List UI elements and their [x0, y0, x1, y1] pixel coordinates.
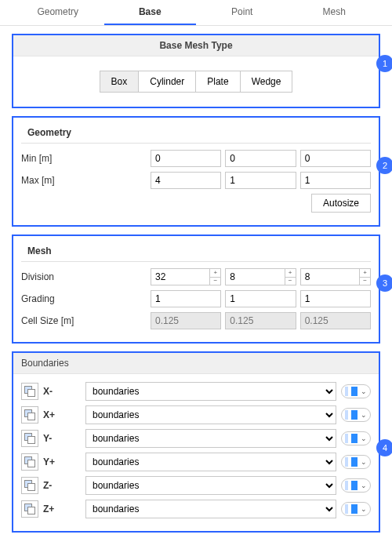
geometry-max-x[interactable]: [151, 172, 221, 189]
boundary-type-select[interactable]: boundaries: [85, 500, 336, 518]
base-mesh-box[interactable]: Box: [100, 71, 140, 93]
tab-geometry[interactable]: Geometry: [12, 0, 104, 25]
mesh-grading-z[interactable]: [300, 290, 371, 307]
spinner-controls[interactable]: +−: [359, 269, 370, 285]
geometry-title: Geometry: [21, 122, 371, 144]
mesh-cellsize-x: [151, 312, 221, 329]
boundary-color-dropdown[interactable]: ⌄: [341, 455, 371, 469]
base-mesh-plate[interactable]: Plate: [195, 71, 240, 93]
mesh-grading-x[interactable]: [151, 290, 221, 307]
boundaries-title: Boundaries: [13, 353, 379, 374]
boundary-label: Z-: [43, 480, 81, 491]
base-mesh-type-panel: Base Mesh Type Box Cylinder Plate Wedge: [12, 34, 380, 108]
mesh-division-x[interactable]: [151, 269, 209, 285]
boundary-row: X+boundaries⌄: [21, 405, 371, 424]
callout-4: 4: [376, 439, 392, 456]
boundary-color-dropdown[interactable]: ⌄: [341, 431, 371, 445]
spinner-controls[interactable]: +−: [285, 269, 296, 285]
boundary-type-select[interactable]: boundaries: [85, 405, 336, 424]
mesh-cellsize-z: [300, 312, 371, 329]
mesh-division-z[interactable]: [301, 269, 359, 285]
callout-3: 3: [376, 274, 392, 292]
tab-base[interactable]: Base: [104, 0, 197, 25]
geometry-min-y[interactable]: [225, 150, 296, 167]
boundary-face-icon: [21, 406, 38, 424]
geometry-max-label: Max [m]: [21, 175, 151, 186]
boundaries-panel: Boundaries X-boundaries⌄X+boundaries⌄Y-b…: [12, 351, 380, 533]
boundary-label: Y-: [43, 433, 81, 444]
boundary-color-dropdown[interactable]: ⌄: [341, 384, 371, 398]
boundary-face-icon: [21, 453, 38, 471]
boundary-face-icon: [21, 430, 38, 447]
base-mesh-type-segmented: Box Cylinder Plate Wedge: [21, 71, 371, 93]
mesh-panel: Mesh Division +− +− +− Grading Cell Size…: [12, 235, 380, 344]
callout-2: 2: [376, 157, 392, 174]
boundary-label: X-: [43, 386, 81, 397]
base-mesh-wedge[interactable]: Wedge: [240, 71, 293, 93]
autosize-button[interactable]: Autosize: [311, 194, 371, 213]
mesh-division-label: Division: [21, 271, 151, 282]
tab-point[interactable]: Point: [196, 0, 289, 25]
geometry-min-label: Min [m]: [21, 153, 151, 164]
boundary-face-icon: [21, 477, 38, 494]
top-tabs: Geometry Base Point Mesh: [0, 0, 392, 26]
boundary-row: Y+boundaries⌄: [21, 453, 371, 471]
tab-mesh[interactable]: Mesh: [289, 0, 381, 25]
spinner-controls[interactable]: +−: [209, 269, 220, 285]
base-mesh-type-header: Base Mesh Type: [13, 35, 379, 56]
geometry-min-x[interactable]: [151, 150, 221, 167]
boundary-label: Y+: [43, 456, 81, 467]
mesh-title: Mesh: [21, 241, 371, 262]
mesh-cellsize-y: [225, 312, 296, 329]
mesh-grading-label: Grading: [21, 293, 151, 304]
geometry-max-z[interactable]: [300, 172, 371, 189]
boundary-color-dropdown[interactable]: ⌄: [341, 478, 371, 493]
mesh-division-y[interactable]: [226, 269, 284, 285]
boundary-type-select[interactable]: boundaries: [85, 382, 336, 401]
boundary-row: X-boundaries⌄: [21, 382, 371, 401]
boundary-type-select[interactable]: boundaries: [85, 476, 336, 495]
boundary-face-icon: [21, 500, 38, 518]
boundary-label: X+: [43, 409, 81, 420]
boundary-face-icon: [21, 383, 38, 400]
mesh-grading-y[interactable]: [225, 290, 296, 307]
boundary-color-dropdown[interactable]: ⌄: [341, 502, 371, 516]
mesh-cellsize-label: Cell Size [m]: [21, 315, 151, 326]
boundary-type-select[interactable]: boundaries: [85, 453, 336, 471]
base-mesh-cylinder[interactable]: Cylinder: [138, 71, 196, 93]
boundary-color-dropdown[interactable]: ⌄: [341, 408, 371, 422]
boundary-row: Y-boundaries⌄: [21, 429, 371, 448]
boundary-row: Z-boundaries⌄: [21, 476, 371, 495]
boundary-row: Z+boundaries⌄: [21, 500, 371, 518]
geometry-panel: Geometry Min [m] Max [m] Autosize: [12, 116, 380, 227]
boundary-label: Z+: [43, 504, 81, 514]
geometry-max-y[interactable]: [225, 172, 296, 189]
callout-1: 1: [376, 55, 392, 72]
boundary-type-select[interactable]: boundaries: [85, 429, 336, 448]
geometry-min-z[interactable]: [300, 150, 371, 167]
